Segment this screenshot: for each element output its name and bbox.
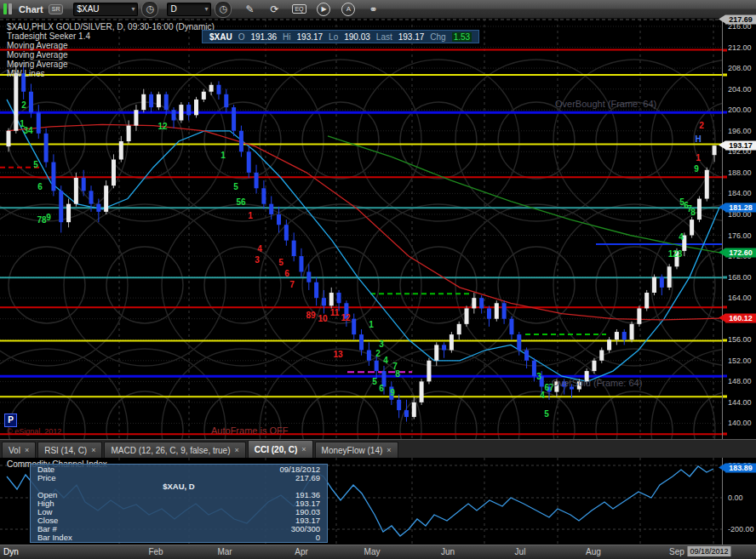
- close-icon[interactable]: ×: [91, 446, 95, 454]
- equity-button[interactable]: EQ: [289, 2, 308, 17]
- tab-moneyflow[interactable]: MoneyFlow (14)×: [315, 442, 398, 458]
- candle: [44, 134, 49, 163]
- level-marker: [723, 277, 727, 279]
- candle: [554, 381, 558, 391]
- main-chart-canvas[interactable]: 2134567891215561435678910111213132478569…: [0, 19, 722, 439]
- interval-input[interactable]: D ▾: [167, 3, 211, 16]
- chevron-down-icon[interactable]: ▾: [204, 5, 208, 13]
- reload-button[interactable]: ⟳: [265, 2, 284, 17]
- level-marker: [723, 306, 727, 309]
- high-value: 193.17: [297, 32, 324, 42]
- level-marker: [723, 48, 727, 51]
- candle: [59, 191, 63, 222]
- tab-rsi[interactable]: RSI (14, C)×: [37, 442, 102, 458]
- interval-history-button[interactable]: ◷: [215, 1, 232, 18]
- seeker-count: 1: [248, 211, 253, 220]
- candle: [713, 145, 717, 155]
- clock-icon: ◷: [146, 3, 155, 14]
- tab-vol[interactable]: Vol×: [2, 442, 36, 458]
- seeker-count: 6: [379, 384, 384, 393]
- candle: [337, 293, 341, 303]
- candle: [51, 163, 55, 191]
- symbol-history-button[interactable]: ◷: [141, 1, 158, 18]
- cci-tick-label: 0.00: [728, 493, 743, 502]
- candle: [149, 94, 153, 107]
- chevron-down-icon[interactable]: ▾: [131, 5, 135, 13]
- candle: [104, 185, 108, 212]
- tab-cci[interactable]: CCI (20, C)×: [248, 440, 313, 458]
- quote-symbol: $XAU: [209, 32, 232, 42]
- seeker-count: 8: [690, 208, 696, 217]
- seeker-count: 1: [220, 151, 226, 160]
- cci-tick-label: -200.00: [728, 525, 754, 533]
- candle: [509, 319, 513, 334]
- seeker-count: 4: [383, 356, 388, 365]
- candle: [375, 361, 379, 371]
- candle: [450, 334, 454, 350]
- seeker-count: 2: [21, 100, 26, 110]
- seeker-count: 34: [23, 126, 33, 135]
- candle: [157, 94, 161, 107]
- price-value-box: 160.12: [725, 313, 756, 322]
- candle: [292, 241, 296, 256]
- refresh-icon: ⟳: [270, 3, 278, 15]
- candle: [427, 361, 431, 382]
- candle: [442, 345, 446, 350]
- candle: [420, 381, 424, 402]
- chg-value: 1.53: [452, 32, 472, 42]
- window-state-icon: [3, 3, 12, 14]
- candle: [216, 85, 220, 94]
- candle: [224, 94, 228, 107]
- candle: [172, 110, 176, 120]
- tab-macd[interactable]: MACD (12, 26, C, 9, false, true)×: [104, 442, 245, 458]
- candle: [465, 308, 469, 323]
- price-tick-label: 168.00: [728, 273, 752, 282]
- candle: [209, 85, 214, 92]
- price-axis[interactable]: 216.00212.00208.00204.00200.00196.00192.…: [722, 19, 756, 439]
- window-title: Chart: [19, 4, 43, 14]
- price-tick-label: 152.00: [728, 357, 752, 365]
- candle: [141, 94, 146, 110]
- open-value: 191.36: [250, 32, 277, 42]
- candle: [255, 173, 259, 188]
- candle: [479, 298, 484, 308]
- candle: [637, 308, 641, 323]
- candle: [269, 204, 273, 214]
- price-tick-label: 144.00: [728, 398, 752, 407]
- auto-button[interactable]: A: [339, 2, 358, 17]
- close-icon[interactable]: ×: [25, 446, 29, 454]
- seeker-count: 4: [257, 244, 262, 254]
- data-window: Date09/18/2012Price217.69$XAU, DOpen191.…: [30, 464, 328, 543]
- last-label: Last: [376, 32, 392, 42]
- link-button[interactable]: ⚭: [364, 2, 382, 17]
- candle: [622, 332, 627, 339]
- symbol-input[interactable]: $XAU ▾: [73, 3, 138, 16]
- candle: [329, 293, 334, 305]
- price-tick-label: 208.00: [728, 64, 752, 72]
- indicator-tabs: Vol× RSI (14, C)× MACD (12, 26, C, 9, fa…: [0, 439, 756, 458]
- replay-button[interactable]: ▶: [314, 2, 333, 17]
- price-tick-label: 164.00: [728, 294, 752, 302]
- draw-tool-button[interactable]: ✎: [240, 2, 259, 17]
- autoframe-status: AutoFrame is OFF: [211, 425, 288, 436]
- candle: [615, 332, 619, 339]
- page-button[interactable]: P: [4, 414, 17, 427]
- candle: [532, 361, 536, 376]
- candle: [404, 410, 409, 417]
- seeker-count: 9: [46, 213, 51, 222]
- close-icon[interactable]: ×: [235, 446, 239, 454]
- close-icon[interactable]: ×: [301, 445, 306, 453]
- month-label: Jun: [441, 547, 455, 556]
- candle: [577, 381, 581, 389]
- seeker-count: 2: [375, 349, 381, 358]
- seeker-count: 5: [544, 409, 549, 419]
- candle: [585, 371, 589, 381]
- low-value: 190.03: [344, 32, 370, 42]
- month-label: Feb: [148, 547, 163, 556]
- candle: [96, 204, 100, 212]
- close-icon[interactable]: ×: [387, 446, 391, 454]
- level-marker: [723, 433, 727, 436]
- cci-axis[interactable]: 200.000.00-200.00183.89: [722, 458, 756, 545]
- level-marker: [723, 339, 727, 342]
- seeker-count: 12: [158, 122, 168, 131]
